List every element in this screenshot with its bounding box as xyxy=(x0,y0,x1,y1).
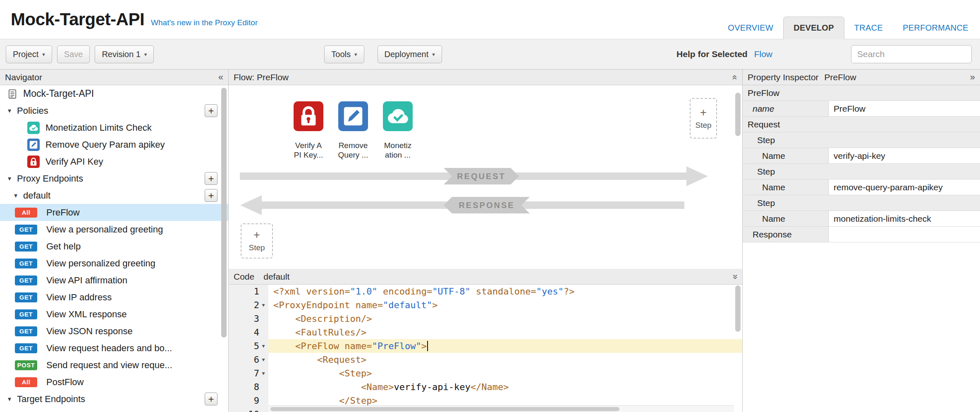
nav-item-remove-query-param-apikey[interactable]: Remove Query Param apikey xyxy=(0,136,228,153)
nav-item-monetization-limits-check[interactable]: Monetization Limits Check xyxy=(0,119,228,136)
code-horizontal-scrollbar[interactable] xyxy=(270,407,619,411)
tab-trace[interactable]: TRACE xyxy=(844,17,893,39)
method-badge: All xyxy=(15,377,37,387)
deployment-button[interactable]: Deployment ▾ xyxy=(378,46,442,63)
expand-down-icon[interactable]: « xyxy=(732,272,737,281)
code-line[interactable]: 3 <Description/> xyxy=(229,312,742,326)
chevron-down-icon[interactable]: ▾ xyxy=(6,107,13,115)
add-step-button-request[interactable]: + Step xyxy=(690,98,717,139)
flow-step-verify-a-pi-key[interactable]: Verify A PI Key... xyxy=(294,101,323,131)
inspector-field-value[interactable]: verify-api-key xyxy=(829,148,980,163)
nav-item-view-request-headers-and-bo[interactable]: GETView request headers and bo... xyxy=(0,340,228,357)
code-text[interactable]: <Name>verify-api-key</Name> xyxy=(268,380,742,394)
whats-new-link[interactable]: What's new in the Proxy Editor xyxy=(151,18,258,27)
code-token: "UTF-8" xyxy=(432,286,471,297)
code-horizontal-scrollbar-track[interactable] xyxy=(268,405,734,412)
code-text[interactable]: <Step> xyxy=(268,366,742,380)
fold-arrow-icon[interactable]: ▾ xyxy=(259,366,268,380)
nav-item-label: View JSON response xyxy=(46,326,133,337)
code-line[interactable]: 5▾ <PreFlow name="PreFlow"> xyxy=(229,339,742,353)
chevron-down-icon[interactable]: ▾ xyxy=(12,192,19,199)
flow-step-remove-query[interactable]: Remove Query ... xyxy=(338,101,368,131)
code-text[interactable]: <FaultRules/> xyxy=(268,326,742,339)
nav-item-view-ip-address[interactable]: GETView IP address xyxy=(0,289,228,306)
flow-scrollbar[interactable] xyxy=(735,93,741,136)
fold-arrow-icon[interactable]: ▾ xyxy=(259,353,268,366)
code-text[interactable]: <PreFlow name="PreFlow"> xyxy=(268,339,742,353)
chevron-down-icon[interactable]: ▾ xyxy=(6,175,13,182)
code-editor[interactable]: 1<?xml version="1.0" encoding="UTF-8" st… xyxy=(229,285,742,412)
code-token: <?xml version= xyxy=(273,286,350,297)
lock-icon xyxy=(27,156,40,168)
tab-overview[interactable]: OVERVIEW xyxy=(718,17,783,39)
tab-performance[interactable]: PERFORMANCE xyxy=(893,17,978,39)
code-line[interactable]: 7▾ <Step> xyxy=(229,366,742,380)
inspector-field-value[interactable]: PreFlow xyxy=(829,101,980,116)
nav-item-label: PostFlow xyxy=(46,377,84,388)
add-button[interactable]: + xyxy=(205,172,218,185)
code-token xyxy=(273,382,361,392)
fold-arrow-icon[interactable]: ▾ xyxy=(259,407,268,412)
collapse-left-icon[interactable]: « xyxy=(218,73,223,82)
nav-section-policies[interactable]: ▾Policies+ xyxy=(0,102,228,119)
property-inspector-rows: PreFlownamePreFlowRequestStepNameverify-… xyxy=(743,85,980,242)
inspector-field-value-text: remove-query-param-apikey xyxy=(834,182,943,192)
code-text[interactable]: <Request> xyxy=(268,353,742,366)
nav-item-view-xml-response[interactable]: GETView XML response xyxy=(0,306,228,323)
add-button[interactable]: + xyxy=(205,104,218,117)
nav-item-get-help[interactable]: GETGet help xyxy=(0,238,228,255)
code-line[interactable]: 6▾ <Request> xyxy=(229,353,742,366)
project-button[interactable]: Project ▾ xyxy=(6,46,52,63)
help-flow-link[interactable]: Flow xyxy=(754,49,772,59)
revision-button[interactable]: Revision 1 ▾ xyxy=(95,46,154,63)
code-token: </Name> xyxy=(471,382,509,392)
code-line[interactable]: 4 <FaultRules/> xyxy=(229,326,742,339)
nav-item-send-request-and-view-reque[interactable]: POSTSend request and view reque... xyxy=(0,357,228,374)
inspector-field-value[interactable]: remove-query-param-apikey xyxy=(829,180,980,195)
code-text[interactable]: <Description/> xyxy=(268,312,742,326)
line-number-gutter: 2▾ xyxy=(229,298,268,312)
flow-canvas[interactable]: Verify A PI Key...Remove Query ...Moneti… xyxy=(229,85,742,269)
add-button[interactable]: + xyxy=(205,189,218,202)
fold-arrow-icon[interactable]: ▾ xyxy=(259,298,268,312)
nav-item-preflow[interactable]: AllPreFlow xyxy=(0,204,228,221)
line-number: 6 xyxy=(254,353,259,366)
nav-section-target-endpoints[interactable]: ▾Target Endpoints+ xyxy=(0,390,228,407)
search-input[interactable] xyxy=(851,45,972,63)
save-button[interactable]: Save xyxy=(57,46,90,63)
inspector-field-value[interactable]: monetization-limits-check xyxy=(829,211,980,226)
tools-button[interactable]: Tools ▾ xyxy=(324,46,364,63)
code-text[interactable]: <ProxyEndpoint name="default"> xyxy=(268,298,742,312)
chevron-down-icon[interactable]: ▾ xyxy=(6,395,13,403)
collapse-right-icon[interactable]: » xyxy=(970,73,975,82)
code-vertical-scrollbar[interactable] xyxy=(735,285,741,332)
nav-group-default[interactable]: ▾default+ xyxy=(0,187,228,204)
nav-item-mock-target-api[interactable]: Mock-Target-API xyxy=(0,85,228,102)
line-number-gutter: 7▾ xyxy=(229,366,268,380)
line-number-gutter: 10▾ xyxy=(229,407,268,412)
add-button[interactable]: + xyxy=(205,393,218,405)
flow-step-monetiz-ation[interactable]: Monetiz ation ... xyxy=(383,101,413,131)
code-line[interactable]: 2▾<ProxyEndpoint name="default"> xyxy=(229,298,742,312)
code-panel-subtitle[interactable]: default xyxy=(263,272,289,282)
nav-item-view-json-response[interactable]: GETView JSON response xyxy=(0,323,228,340)
navigator-scrollbar[interactable] xyxy=(221,88,227,338)
line-number-gutter: 9 xyxy=(229,394,268,407)
inspector-field-value[interactable] xyxy=(829,227,980,242)
nav-item-view-api-affirmation[interactable]: GETView API affirmation xyxy=(0,272,228,289)
code-text[interactable]: <?xml version="1.0" encoding="UTF-8" sta… xyxy=(268,285,742,298)
collapse-up-icon[interactable]: « xyxy=(732,73,737,82)
nav-item-postflow[interactable]: AllPostFlow xyxy=(0,374,228,390)
nav-item-view-personalized-greeting[interactable]: GETView personalized greeting xyxy=(0,255,228,272)
fold-arrow-icon[interactable]: ▾ xyxy=(259,339,268,353)
nav-item-label: View IP address xyxy=(46,292,112,303)
nav-section-proxy-endpoints[interactable]: ▾Proxy Endpoints+ xyxy=(0,170,228,187)
nav-item-view-a-personalized-greeting[interactable]: GETView a personalized greeting xyxy=(0,221,228,238)
code-line[interactable]: 8 <Name>verify-api-key</Name> xyxy=(229,380,742,394)
code-token: <PreFlow name= xyxy=(295,341,372,351)
nav-item-verify-api-key[interactable]: Verify API Key xyxy=(0,153,228,170)
nav-section-label: Proxy Endpoints xyxy=(17,173,83,184)
add-step-button-response[interactable]: + Step xyxy=(241,223,273,259)
code-line[interactable]: 1<?xml version="1.0" encoding="UTF-8" st… xyxy=(229,285,742,298)
tab-develop[interactable]: DEVELOP xyxy=(783,17,844,39)
